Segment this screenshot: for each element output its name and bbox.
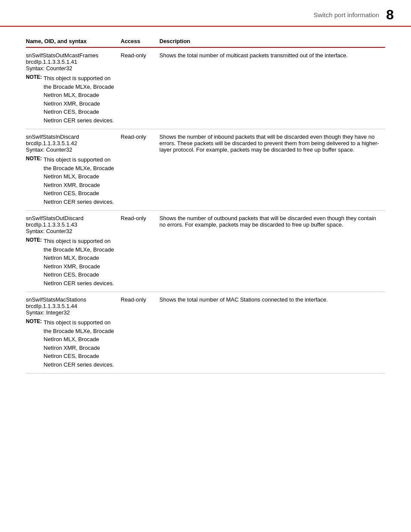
cell-name: snSwIfStatsOutMcastFrames brcdIp.1.1.3.3… xyxy=(26,47,121,129)
note-label: NOTE: xyxy=(26,318,42,369)
obj-name: snSwIfStatsInDiscard xyxy=(26,134,117,140)
obj-syntax: Syntax: Integer32 xyxy=(26,309,117,316)
note-text: This object is supported on the Brocade … xyxy=(44,237,117,287)
table-row: snSwIfStatsInDiscard brcdIp.1.1.3.3.5.1.… xyxy=(26,129,385,211)
cell-description: Shows the total number of multicast pack… xyxy=(159,47,385,129)
note-text: This object is supported on the Brocade … xyxy=(44,156,117,206)
cell-name: snSwIfStatsInDiscard brcdIp.1.1.3.3.5.1.… xyxy=(26,129,121,211)
table-row: snSwIfStatsOutDiscard brcdIp.1.1.3.3.5.1… xyxy=(26,211,385,292)
table-header: Name, OID, and syntax Access Description xyxy=(26,35,385,47)
col-header-name: Name, OID, and syntax xyxy=(26,35,121,47)
page-header: Switch port information 8 xyxy=(0,0,411,27)
note-text: This object is supported on the Brocade … xyxy=(44,318,117,369)
cell-description: Shows the number of outbound packets tha… xyxy=(159,211,385,292)
cell-access: Read-only xyxy=(121,47,159,129)
obj-name: snSwIfStatsMacStations xyxy=(26,296,117,303)
obj-oid: brcdIp.1.1.3.3.5.1.43 xyxy=(26,221,117,228)
note-label: NOTE: xyxy=(26,74,42,124)
obj-oid: brcdIp.1.1.3.3.5.1.44 xyxy=(26,303,117,309)
table-row: snSwIfStatsOutMcastFrames brcdIp.1.1.3.3… xyxy=(26,47,385,129)
cell-description: Shows the number of inbound packets that… xyxy=(159,129,385,211)
table-row: snSwIfStatsMacStations brcdIp.1.1.3.3.5.… xyxy=(26,292,385,373)
obj-oid: brcdIp.1.1.3.3.5.1.42 xyxy=(26,140,117,146)
col-header-access: Access xyxy=(121,35,159,47)
note-label: NOTE: xyxy=(26,156,42,206)
obj-syntax: Syntax: Counter32 xyxy=(26,146,117,153)
main-content: Name, OID, and syntax Access Description… xyxy=(0,35,411,373)
note-block: NOTE: This object is supported on the Br… xyxy=(26,156,117,206)
cell-access: Read-only xyxy=(121,129,159,211)
obj-name: snSwIfStatsOutMcastFrames xyxy=(26,52,117,59)
obj-oid: brcdIp.1.1.3.3.5.1.41 xyxy=(26,59,117,65)
table-body: snSwIfStatsOutMcastFrames brcdIp.1.1.3.3… xyxy=(26,47,385,373)
cell-name: snSwIfStatsMacStations brcdIp.1.1.3.3.5.… xyxy=(26,292,121,373)
col-header-desc: Description xyxy=(159,35,385,47)
note-block: NOTE: This object is supported on the Br… xyxy=(26,74,117,124)
data-table: Name, OID, and syntax Access Description… xyxy=(26,35,385,373)
cell-access: Read-only xyxy=(121,292,159,373)
note-text: This object is supported on the Brocade … xyxy=(44,74,117,124)
note-label: NOTE: xyxy=(26,237,42,287)
obj-syntax: Syntax: Counter32 xyxy=(26,65,117,72)
cell-access: Read-only xyxy=(121,211,159,292)
page-title: Switch port information xyxy=(314,11,380,19)
note-block: NOTE: This object is supported on the Br… xyxy=(26,237,117,287)
note-block: NOTE: This object is supported on the Br… xyxy=(26,318,117,369)
obj-syntax: Syntax: Counter32 xyxy=(26,228,117,234)
obj-name: snSwIfStatsOutDiscard xyxy=(26,215,117,221)
cell-name: snSwIfStatsOutDiscard brcdIp.1.1.3.3.5.1… xyxy=(26,211,121,292)
cell-description: Shows the total number of MAC Stations c… xyxy=(159,292,385,373)
page-number: 8 xyxy=(386,8,394,22)
